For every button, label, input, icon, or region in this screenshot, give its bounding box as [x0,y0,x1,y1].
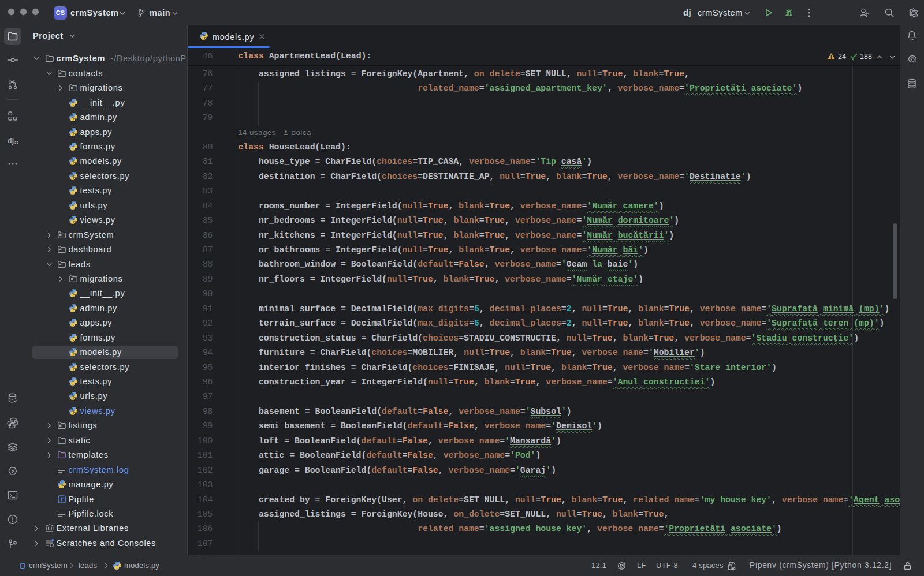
svg-text:dj: dj [8,137,14,145]
